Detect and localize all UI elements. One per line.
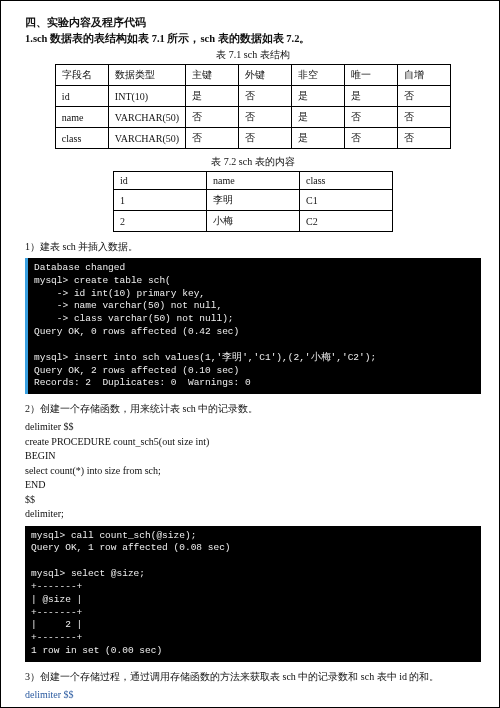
table-7-1: 字段名数据类型 主键外键 非空唯一 自增 idINT(10) 是否 是是 否 n… [55, 64, 451, 149]
step-1-text: 1）建表 sch 并插入数据。 [25, 240, 481, 254]
step-2-text: 2）创建一个存储函数，用来统计表 sch 中的记录数。 [25, 402, 481, 416]
table-row: idnameclass [114, 172, 393, 190]
code-block-3: delimiter $$ [25, 688, 481, 703]
step-3-text: 3）创建一个存储过程，通过调用存储函数的方法来获取表 sch 中的记录数和 sc… [25, 670, 481, 684]
table-7-2: idnameclass 1李明C1 2小梅C2 [113, 171, 393, 232]
item-1-heading: 1.sch 数据表的表结构如表 7.1 所示，sch 表的数据如表 7.2。 [25, 32, 481, 46]
table-row: classVARCHAR(50) 否否 是否 否 [55, 128, 450, 149]
code-block-2: delimiter $$ create PROCEDURE count_sch5… [25, 420, 481, 522]
table-row: idINT(10) 是否 是是 否 [55, 86, 450, 107]
table-7-1-caption: 表 7.1 sch 表结构 [25, 48, 481, 62]
terminal-output-2: mysql> call count_sch(@size); Query OK, … [25, 526, 481, 662]
table-row: 2小梅C2 [114, 211, 393, 232]
table-row: 字段名数据类型 主键外键 非空唯一 自增 [55, 65, 450, 86]
section-heading: 四、实验内容及程序代码 [25, 15, 481, 30]
table-row: 1李明C1 [114, 190, 393, 211]
terminal-output-1: Database changed mysql> create table sch… [25, 258, 481, 394]
table-7-2-caption: 表 7.2 sch 表的内容 [25, 155, 481, 169]
table-row: nameVARCHAR(50) 否否 是否 否 [55, 107, 450, 128]
document-page: 四、实验内容及程序代码 1.sch 数据表的表结构如表 7.1 所示，sch 表… [0, 0, 500, 708]
